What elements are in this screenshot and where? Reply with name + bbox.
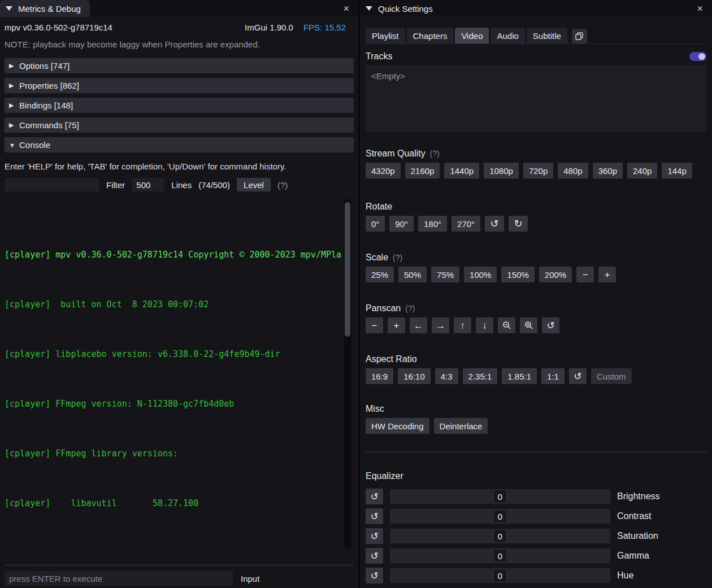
rotate-angle-button[interactable]: 270° xyxy=(451,216,480,232)
aspect-button[interactable]: 1:1 xyxy=(541,368,565,384)
mpv-version-label: mpv v0.36.0-502-g78719c14 xyxy=(5,23,112,32)
tab[interactable]: Subtitle xyxy=(527,28,567,43)
metrics-title-tab[interactable]: Metrics & Debug xyxy=(0,0,90,17)
scale-help-mark: (?) xyxy=(393,253,402,262)
pan-increase-button[interactable]: + xyxy=(388,317,405,333)
equalizer-row: ↺ 0 Saturation xyxy=(366,528,706,544)
scale-button[interactable]: 150% xyxy=(501,267,534,282)
eq-reset-button[interactable]: ↺ xyxy=(366,548,383,564)
misc-options: HW Decoding Deinterlace xyxy=(366,418,488,434)
eq-slider[interactable]: 0 xyxy=(390,509,610,524)
eq-reset-button[interactable]: ↺ xyxy=(366,508,383,524)
pan-right-button[interactable]: → xyxy=(432,317,449,333)
aspect-button[interactable]: 1.85:1 xyxy=(502,368,537,384)
tracks-list[interactable]: <Empty> xyxy=(366,66,706,132)
tracks-toggle[interactable] xyxy=(689,52,706,61)
detach-window-button[interactable] xyxy=(572,29,587,43)
aspect-button[interactable]: 4:3 xyxy=(435,368,458,384)
tab[interactable]: Audio xyxy=(490,28,524,43)
pan-down-button[interactable]: ↓ xyxy=(476,317,493,333)
misc-button[interactable]: Deinterlace xyxy=(434,418,488,434)
filter-label: Filter xyxy=(106,180,125,190)
undo-icon: ↺ xyxy=(370,571,378,581)
lines-label: Lines xyxy=(171,180,192,190)
zoom-in-button[interactable] xyxy=(520,317,537,333)
eq-reset-button[interactable]: ↺ xyxy=(366,528,383,544)
rotate-angle-button[interactable]: 0° xyxy=(366,216,385,232)
close-icon[interactable]: × xyxy=(340,2,353,15)
aspect-button[interactable]: 16:10 xyxy=(398,368,431,384)
collapsing-header[interactable]: ▶ Properties [862] xyxy=(5,78,354,93)
quality-button[interactable]: 240p xyxy=(627,163,657,178)
scale-increase-button[interactable]: + xyxy=(598,267,616,282)
eq-reset-button[interactable]: ↺ xyxy=(366,568,383,583)
equalizer-header: Equalizer xyxy=(366,471,706,482)
scale-button[interactable]: 25% xyxy=(366,267,394,282)
scale-button[interactable]: 200% xyxy=(539,267,572,282)
tab[interactable]: Playlist xyxy=(366,28,405,43)
quality-button[interactable]: 720p xyxy=(523,163,553,178)
console-log: [cplayer] mpv v0.36.0-502-g78719c14 Copy… xyxy=(5,199,341,548)
undo-icon: ↺ xyxy=(490,219,499,229)
collapsing-header[interactable]: ▶ Bindings [148] xyxy=(5,98,354,113)
pan-up-button[interactable]: ↑ xyxy=(454,317,471,333)
filter-input[interactable] xyxy=(5,178,99,191)
rotate-ccw-button[interactable]: ↺ xyxy=(485,216,504,232)
collapsing-header[interactable]: ▶ Options [747] xyxy=(5,58,354,73)
scrollbar-thumb[interactable] xyxy=(345,202,350,337)
arrow-up-icon: ↑ xyxy=(460,321,465,330)
scale-button[interactable]: 75% xyxy=(431,267,459,282)
log-line: [cplayer] FFmpeg library versions: xyxy=(5,447,341,460)
collapse-icon[interactable] xyxy=(6,6,12,11)
log-line: [cplayer] libplacebo version: v6.338.0-2… xyxy=(5,348,341,360)
console-scrollbar[interactable] xyxy=(344,199,351,548)
windows-icon xyxy=(575,32,583,40)
command-input[interactable] xyxy=(5,571,233,586)
rotate-angle-button[interactable]: 90° xyxy=(389,216,414,232)
level-button[interactable]: Level xyxy=(237,178,271,191)
quality-button[interactable]: 360p xyxy=(593,163,623,178)
tab-bar: Playlist Chapters Video Audio Subtitle xyxy=(366,28,706,44)
pan-reset-button[interactable]: ↺ xyxy=(542,317,559,333)
tab[interactable]: Chapters xyxy=(407,28,454,43)
aspect-button[interactable]: 2.35:1 xyxy=(463,368,498,384)
eq-slider[interactable]: 0 xyxy=(390,529,610,543)
eq-slider[interactable]: 0 xyxy=(390,568,610,583)
collapse-icon[interactable] xyxy=(366,6,372,11)
equalizer-row: ↺ 0 Gamma xyxy=(366,548,706,564)
pan-decrease-button[interactable]: − xyxy=(366,317,383,333)
metrics-debug-window: Metrics & Debug × mpv v0.36.0-502-g78719… xyxy=(0,0,358,588)
collapsing-header[interactable]: ▶ Commands [75] xyxy=(5,117,354,133)
rotate-cw-button[interactable]: ↻ xyxy=(509,216,528,232)
aspect-button[interactable]: 16:9 xyxy=(366,368,393,384)
close-icon[interactable]: × xyxy=(693,2,706,15)
quality-button[interactable]: 1440p xyxy=(444,163,479,178)
fps-label: FPS: 15.52 xyxy=(303,23,346,32)
collapsing-header-label: Properties [862] xyxy=(19,81,79,90)
panscan-header: Panscan (?) xyxy=(366,303,706,314)
scale-button[interactable]: 100% xyxy=(464,267,497,282)
lines-limit-input[interactable] xyxy=(132,178,164,191)
eq-slider[interactable]: 0 xyxy=(390,489,610,504)
quick-settings-title-tab[interactable]: Quick Settings xyxy=(360,0,442,17)
rotate-options: 0° 90° 180° 270° xyxy=(366,216,480,232)
rotate-angle-button[interactable]: 180° xyxy=(418,216,447,232)
quality-button[interactable]: 2160p xyxy=(405,163,440,178)
eq-reset-button[interactable]: ↺ xyxy=(366,489,383,504)
quality-button[interactable]: 4320p xyxy=(366,163,401,178)
quality-button[interactable]: 144p xyxy=(662,163,692,178)
chevron-right-icon: ▶ xyxy=(9,62,19,69)
aspect-reset-button[interactable]: ↺ xyxy=(569,368,587,384)
eq-slider[interactable]: 0 xyxy=(390,548,610,563)
scale-button[interactable]: 50% xyxy=(398,267,427,282)
pan-left-button[interactable]: ← xyxy=(410,317,427,333)
aspect-custom-button[interactable]: Custom xyxy=(591,368,632,384)
collapsing-header-console[interactable]: ▼ Console xyxy=(5,137,354,153)
zoom-out-button[interactable] xyxy=(498,317,515,333)
quality-button[interactable]: 1080p xyxy=(484,163,519,178)
scale-decrease-button[interactable]: − xyxy=(576,267,594,282)
tab[interactable]: Video xyxy=(455,28,489,43)
quality-button[interactable]: 480p xyxy=(558,163,588,178)
misc-button[interactable]: HW Decoding xyxy=(366,418,429,434)
log-line: [cplayer] FFmpeg version: N-112380-gc7fb… xyxy=(5,398,341,410)
